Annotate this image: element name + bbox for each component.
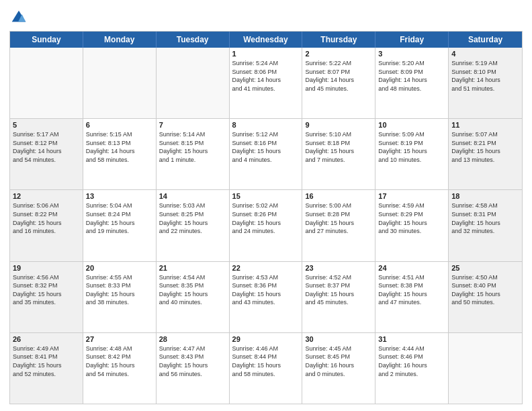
cell-info: Sunrise: 5:03 AM Sunset: 8:25 PM Dayligh…	[159, 201, 226, 235]
calendar-header-day: Friday	[375, 32, 449, 48]
day-number: 9	[305, 121, 372, 129]
cell-info: Sunrise: 4:45 AM Sunset: 8:45 PM Dayligh…	[305, 345, 372, 378]
calendar-cell: 18Sunrise: 4:58 AM Sunset: 8:31 PM Dayli…	[449, 190, 522, 261]
calendar-body: 1Sunrise: 5:24 AM Sunset: 8:06 PM Daylig…	[10, 48, 522, 404]
cell-info: Sunrise: 4:52 AM Sunset: 8:37 PM Dayligh…	[305, 273, 372, 307]
cell-info: Sunrise: 4:59 AM Sunset: 8:29 PM Dayligh…	[378, 201, 445, 235]
calendar-cell: 1Sunrise: 5:24 AM Sunset: 8:06 PM Daylig…	[230, 48, 303, 118]
day-number: 29	[232, 335, 300, 343]
calendar-cell: 10Sunrise: 5:09 AM Sunset: 8:19 PM Dayli…	[375, 119, 449, 189]
day-number: 6	[86, 121, 153, 129]
calendar-cell: 25Sunrise: 4:50 AM Sunset: 8:40 PM Dayli…	[449, 262, 522, 332]
day-number: 8	[232, 121, 300, 129]
day-number: 16	[305, 192, 372, 200]
cell-info: Sunrise: 4:50 AM Sunset: 8:40 PM Dayligh…	[451, 273, 519, 307]
day-number: 15	[232, 192, 300, 200]
day-number: 18	[451, 192, 519, 200]
calendar-cell: 30Sunrise: 4:45 AM Sunset: 8:45 PM Dayli…	[302, 333, 375, 404]
calendar-cell: 4Sunrise: 5:19 AM Sunset: 8:10 PM Daylig…	[449, 48, 522, 118]
calendar-cell: 19Sunrise: 4:56 AM Sunset: 8:32 PM Dayli…	[10, 262, 83, 332]
day-number: 14	[159, 192, 226, 200]
day-number: 12	[13, 192, 80, 200]
calendar-cell: 9Sunrise: 5:10 AM Sunset: 8:18 PM Daylig…	[302, 119, 375, 189]
calendar-week-row: 5Sunrise: 5:17 AM Sunset: 8:12 PM Daylig…	[10, 118, 522, 189]
day-number: 23	[305, 264, 372, 272]
calendar-cell: 3Sunrise: 5:20 AM Sunset: 8:09 PM Daylig…	[375, 48, 449, 118]
calendar-header-day: Monday	[83, 32, 157, 48]
day-number: 19	[13, 264, 80, 272]
cell-info: Sunrise: 5:07 AM Sunset: 8:21 PM Dayligh…	[451, 130, 519, 164]
cell-info: Sunrise: 4:48 AM Sunset: 8:42 PM Dayligh…	[86, 345, 153, 378]
day-number: 20	[86, 264, 153, 272]
day-number: 11	[451, 121, 519, 129]
calendar-cell: 2Sunrise: 5:22 AM Sunset: 8:07 PM Daylig…	[302, 48, 375, 118]
cell-info: Sunrise: 4:46 AM Sunset: 8:44 PM Dayligh…	[232, 345, 300, 378]
calendar-cell: 20Sunrise: 4:55 AM Sunset: 8:33 PM Dayli…	[83, 262, 157, 332]
calendar-cell: 8Sunrise: 5:12 AM Sunset: 8:16 PM Daylig…	[230, 119, 303, 189]
calendar-cell: 14Sunrise: 5:03 AM Sunset: 8:25 PM Dayli…	[157, 190, 230, 261]
cell-info: Sunrise: 5:22 AM Sunset: 8:07 PM Dayligh…	[305, 59, 372, 93]
cell-info: Sunrise: 5:19 AM Sunset: 8:10 PM Dayligh…	[451, 59, 519, 93]
day-number: 3	[378, 50, 445, 58]
day-number: 26	[13, 335, 80, 343]
cell-info: Sunrise: 4:54 AM Sunset: 8:35 PM Dayligh…	[159, 273, 226, 307]
day-number: 17	[378, 192, 445, 200]
cell-info: Sunrise: 5:15 AM Sunset: 8:13 PM Dayligh…	[86, 130, 153, 164]
calendar: SundayMondayTuesdayWednesdayThursdayFrid…	[9, 31, 523, 404]
calendar-week-row: 1Sunrise: 5:24 AM Sunset: 8:06 PM Daylig…	[10, 48, 522, 118]
page: SundayMondayTuesdayWednesdayThursdayFrid…	[0, 0, 532, 411]
calendar-cell: 21Sunrise: 4:54 AM Sunset: 8:35 PM Dayli…	[157, 262, 230, 332]
day-number: 30	[305, 335, 372, 343]
calendar-cell: 5Sunrise: 5:17 AM Sunset: 8:12 PM Daylig…	[10, 119, 83, 189]
calendar-cell	[449, 333, 522, 404]
cell-info: Sunrise: 4:49 AM Sunset: 8:41 PM Dayligh…	[13, 345, 80, 378]
calendar-cell: 31Sunrise: 4:44 AM Sunset: 8:46 PM Dayli…	[375, 333, 449, 404]
day-number: 7	[159, 121, 226, 129]
day-number: 28	[159, 335, 226, 343]
cell-info: Sunrise: 5:04 AM Sunset: 8:24 PM Dayligh…	[86, 201, 153, 235]
calendar-cell: 22Sunrise: 4:53 AM Sunset: 8:36 PM Dayli…	[230, 262, 303, 332]
calendar-cell	[83, 48, 157, 118]
day-number: 13	[86, 192, 153, 200]
calendar-cell: 27Sunrise: 4:48 AM Sunset: 8:42 PM Dayli…	[83, 333, 157, 404]
cell-info: Sunrise: 4:53 AM Sunset: 8:36 PM Dayligh…	[232, 273, 300, 307]
day-number: 27	[86, 335, 153, 343]
day-number: 22	[232, 264, 300, 272]
cell-info: Sunrise: 5:20 AM Sunset: 8:09 PM Dayligh…	[378, 59, 445, 93]
calendar-header-day: Thursday	[302, 32, 375, 48]
calendar-cell: 12Sunrise: 5:06 AM Sunset: 8:22 PM Dayli…	[10, 190, 83, 261]
calendar-cell: 15Sunrise: 5:02 AM Sunset: 8:26 PM Dayli…	[230, 190, 303, 261]
cell-info: Sunrise: 4:47 AM Sunset: 8:43 PM Dayligh…	[159, 345, 226, 378]
calendar-header: SundayMondayTuesdayWednesdayThursdayFrid…	[10, 32, 522, 48]
calendar-week-row: 19Sunrise: 4:56 AM Sunset: 8:32 PM Dayli…	[10, 261, 522, 332]
calendar-cell: 11Sunrise: 5:07 AM Sunset: 8:21 PM Dayli…	[449, 119, 522, 189]
calendar-cell	[157, 48, 230, 118]
calendar-cell: 17Sunrise: 4:59 AM Sunset: 8:29 PM Dayli…	[375, 190, 449, 261]
logo	[9, 8, 31, 27]
calendar-cell: 26Sunrise: 4:49 AM Sunset: 8:41 PM Dayli…	[10, 333, 83, 404]
day-number: 10	[378, 121, 445, 129]
cell-info: Sunrise: 4:56 AM Sunset: 8:32 PM Dayligh…	[13, 273, 80, 307]
calendar-header-day: Sunday	[10, 32, 83, 48]
calendar-cell: 13Sunrise: 5:04 AM Sunset: 8:24 PM Dayli…	[83, 190, 157, 261]
day-number: 5	[13, 121, 80, 129]
calendar-cell: 6Sunrise: 5:15 AM Sunset: 8:13 PM Daylig…	[83, 119, 157, 189]
calendar-week-row: 12Sunrise: 5:06 AM Sunset: 8:22 PM Dayli…	[10, 189, 522, 261]
calendar-cell: 7Sunrise: 5:14 AM Sunset: 8:15 PM Daylig…	[157, 119, 230, 189]
cell-info: Sunrise: 5:12 AM Sunset: 8:16 PM Dayligh…	[232, 130, 300, 164]
calendar-cell: 28Sunrise: 4:47 AM Sunset: 8:43 PM Dayli…	[157, 333, 230, 404]
cell-info: Sunrise: 5:09 AM Sunset: 8:19 PM Dayligh…	[378, 130, 445, 164]
calendar-cell: 24Sunrise: 4:51 AM Sunset: 8:38 PM Dayli…	[375, 262, 449, 332]
day-number: 24	[378, 264, 445, 272]
cell-info: Sunrise: 5:17 AM Sunset: 8:12 PM Dayligh…	[13, 130, 80, 164]
calendar-cell	[10, 48, 83, 118]
calendar-header-day: Saturday	[449, 32, 522, 48]
calendar-cell: 23Sunrise: 4:52 AM Sunset: 8:37 PM Dayli…	[302, 262, 375, 332]
calendar-header-day: Wednesday	[230, 32, 303, 48]
day-number: 4	[451, 50, 519, 58]
day-number: 31	[378, 335, 445, 343]
day-number: 1	[232, 50, 300, 58]
calendar-cell: 29Sunrise: 4:46 AM Sunset: 8:44 PM Dayli…	[230, 333, 303, 404]
cell-info: Sunrise: 5:24 AM Sunset: 8:06 PM Dayligh…	[232, 59, 300, 93]
calendar-header-day: Tuesday	[157, 32, 230, 48]
